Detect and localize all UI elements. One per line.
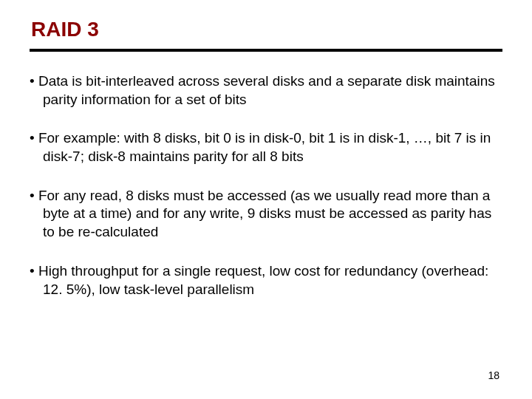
slide-title: RAID 3 [31,18,502,41]
list-item: For any read, 8 disks must be accessed (… [30,187,502,242]
list-item: High throughput for a single request, lo… [30,262,502,299]
bullet-list: Data is bit-interleaved across several d… [30,72,502,299]
page-number: 18 [488,369,499,381]
slide: RAID 3 Data is bit-interleaved across se… [0,0,532,399]
title-divider [30,49,502,52]
list-item: Data is bit-interleaved across several d… [30,72,502,109]
list-item: For example: with 8 disks, bit 0 is in d… [30,129,502,166]
